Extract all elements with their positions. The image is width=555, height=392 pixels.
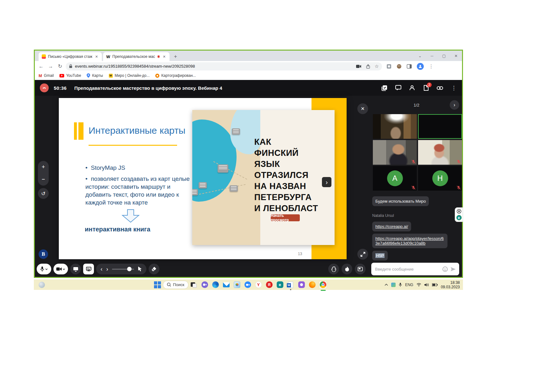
tab-close-icon[interactable]: ✕ [95, 55, 99, 59]
video-next-page-button[interactable]: › [450, 100, 459, 110]
address-bar[interactable]: events.webinar.ru/19518855/923984584/str… [66, 62, 382, 70]
new-tab-button[interactable]: + [170, 53, 182, 61]
eraser-brush-button[interactable] [149, 264, 159, 274]
taskbar-search[interactable]: Поиск [163, 281, 188, 289]
fullscreen-button[interactable] [357, 249, 368, 260]
bookmark-gmail[interactable]: MGmail [39, 73, 54, 78]
send-icon[interactable] [450, 267, 456, 272]
raise-hand-button[interactable] [328, 264, 339, 274]
map-marker-icon[interactable] [199, 182, 207, 188]
bookmark-cartography[interactable]: Картографирован... [155, 73, 196, 78]
chrome-icon-active[interactable] [319, 281, 327, 289]
tab-mail[interactable]: Письмо «Цифровая стажировк ✕ [39, 52, 102, 61]
zoom-in-button[interactable]: + [42, 164, 45, 170]
video-tile-avatar-a[interactable]: A [373, 166, 417, 191]
tab-close-icon[interactable]: ✕ [162, 55, 166, 59]
hangup-button[interactable] [40, 83, 49, 92]
wifi-icon[interactable] [416, 283, 421, 286]
pip-button[interactable] [355, 264, 366, 274]
map-marker-icon[interactable] [218, 164, 228, 173]
close-presentation-button[interactable]: ✕ [357, 103, 368, 114]
emoji-icon[interactable] [442, 266, 448, 272]
chat-link[interactable]: https://coreapp.ai/app/player/lesson/63e… [375, 236, 444, 246]
tray-chevron-up-icon[interactable] [385, 284, 388, 286]
chat-button[interactable] [395, 85, 401, 91]
camera-in-use-icon[interactable] [356, 64, 361, 68]
map-marker-icon[interactable] [232, 128, 240, 135]
explorer-icon[interactable] [190, 281, 198, 289]
mic-button[interactable] [37, 264, 51, 274]
video-chat-app-icon[interactable] [200, 281, 209, 289]
share-icon[interactable] [366, 64, 370, 69]
alice-assistant-icon[interactable] [297, 281, 305, 289]
mail-icon[interactable] [222, 281, 230, 289]
extension-b-icon[interactable] [397, 64, 402, 69]
camera-icon [56, 267, 62, 271]
start-view-button[interactable]: Начать просмотр [271, 214, 300, 221]
video-tile-participant-1[interactable] [373, 114, 417, 139]
tray-mic-icon[interactable] [399, 283, 402, 287]
map-next-button[interactable]: › [322, 177, 331, 187]
chat-link[interactable]: https://coreapp.ai/ [375, 224, 408, 229]
reactions-fire-button[interactable] [342, 264, 352, 274]
bookmark-star-icon[interactable]: ☆ [375, 64, 379, 69]
polls-button[interactable] [381, 85, 387, 91]
map-marker-icon[interactable] [192, 189, 198, 195]
eset-icon[interactable]: e [276, 281, 284, 289]
side-panel-icon[interactable] [407, 64, 412, 69]
files-button[interactable]: 2 [423, 85, 429, 91]
profile-avatar[interactable] [417, 63, 424, 70]
start-button[interactable] [153, 281, 162, 289]
camera-button[interactable] [53, 264, 68, 274]
slider-knob[interactable] [127, 267, 132, 271]
window-maximize-icon[interactable]: ▢ [438, 54, 450, 58]
video-tile-participant-2[interactable] [373, 140, 417, 165]
bookmark-youtube[interactable]: YouTube [59, 73, 81, 78]
slide-progress-slider[interactable] [112, 269, 134, 270]
yandex-browser-icon[interactable]: Y [254, 281, 262, 289]
window-close-icon[interactable]: ✕ [450, 54, 462, 58]
prev-slide-button[interactable]: ‹ [101, 266, 102, 273]
presentation-button-active[interactable] [83, 264, 94, 274]
maps-pin-icon [87, 73, 90, 78]
extension-a-icon[interactable] [386, 64, 392, 69]
chat-message: H5P [372, 251, 388, 260]
firefox-icon[interactable] [308, 281, 316, 289]
reload-icon[interactable]: ↻ [56, 63, 64, 69]
antivirus-extension-icon[interactable] [457, 209, 461, 214]
e-extension-icon[interactable]: e [456, 215, 462, 220]
video-tile-participant-3[interactable] [418, 140, 462, 165]
forward-icon[interactable]: → [47, 64, 54, 69]
volume-icon[interactable] [424, 283, 429, 287]
video-tile-avatar-h[interactable]: H [418, 166, 462, 191]
widgets-icon[interactable] [38, 281, 46, 289]
tab-webinar[interactable]: W Преподавательское мастер ✕ [103, 52, 170, 61]
map-marker-icon[interactable] [230, 185, 238, 192]
tray-date: 09.03.2023 [441, 285, 460, 289]
back-icon[interactable]: ← [37, 64, 45, 69]
yandex-icon[interactable]: Я [265, 281, 273, 289]
pointer-cursor-icon[interactable] [138, 266, 142, 272]
zoom-icon[interactable] [244, 281, 252, 289]
tray-app-icon[interactable] [391, 283, 396, 287]
chat-input[interactable] [374, 266, 440, 272]
copy-link-button[interactable] [437, 85, 443, 91]
bookmark-maps[interactable]: Карты [87, 73, 103, 78]
word-icon[interactable]: W [287, 281, 295, 289]
menu-kebab-icon[interactable]: ⋮ [451, 85, 457, 91]
participants-button[interactable] [409, 85, 415, 91]
edge-icon[interactable] [211, 281, 219, 289]
next-slide-button[interactable]: › [106, 266, 108, 273]
language-indicator[interactable]: ENG [405, 283, 413, 287]
photos-app-icon[interactable] [233, 281, 241, 289]
video-tile-speaker-active[interactable] [418, 114, 462, 139]
clock[interactable]: 18:38 09.03.2023 [441, 280, 460, 289]
window-minimize-icon[interactable]: ─ [426, 54, 438, 58]
screen-share-button[interactable] [70, 264, 81, 274]
zoom-out-button[interactable]: − [42, 176, 45, 183]
window-chevron-icon[interactable]: ⌄ [414, 54, 426, 58]
reset-view-button[interactable]: ↺ [38, 188, 49, 199]
bookmark-miro[interactable]: MМиро | Онлайн-до... [109, 73, 150, 78]
browser-menu-kebab-icon[interactable]: ⋮ [429, 64, 434, 69]
battery-icon[interactable] [432, 283, 438, 286]
